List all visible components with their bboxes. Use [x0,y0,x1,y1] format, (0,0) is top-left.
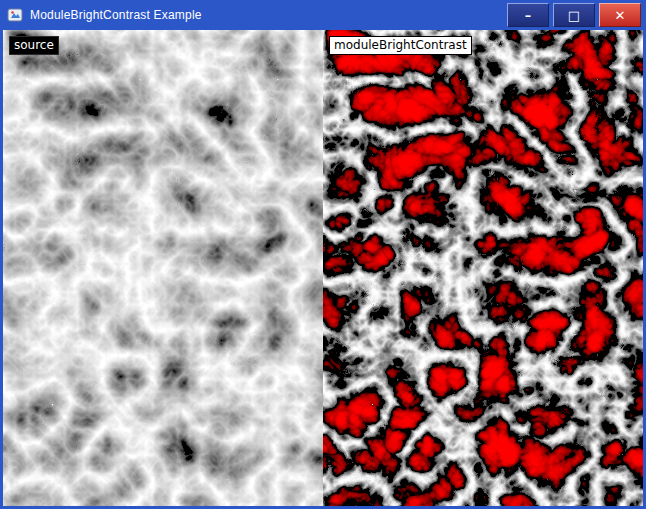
source-image-label: source [9,36,59,55]
app-icon [7,7,23,23]
window-controls: – □ ✕ [507,3,641,27]
maximize-button[interactable]: □ [553,3,595,27]
minimize-icon: – [525,9,532,22]
source-image [3,30,323,506]
brightcontrast-image [323,30,643,506]
close-icon: ✕ [615,9,626,22]
minimize-button[interactable]: – [507,3,549,27]
maximize-icon: □ [568,9,580,22]
titlebar[interactable]: ModuleBrightContrast Example – □ ✕ [0,0,646,30]
close-button[interactable]: ✕ [599,3,641,27]
source-panel: source [3,30,323,506]
result-image-label: moduleBrightContrast [329,36,472,55]
result-panel: moduleBrightContrast [323,30,643,506]
app-window: ModuleBrightContrast Example – □ ✕ [0,0,646,509]
image-area: source moduleBrigh [3,30,643,506]
window-title: ModuleBrightContrast Example [30,8,202,22]
